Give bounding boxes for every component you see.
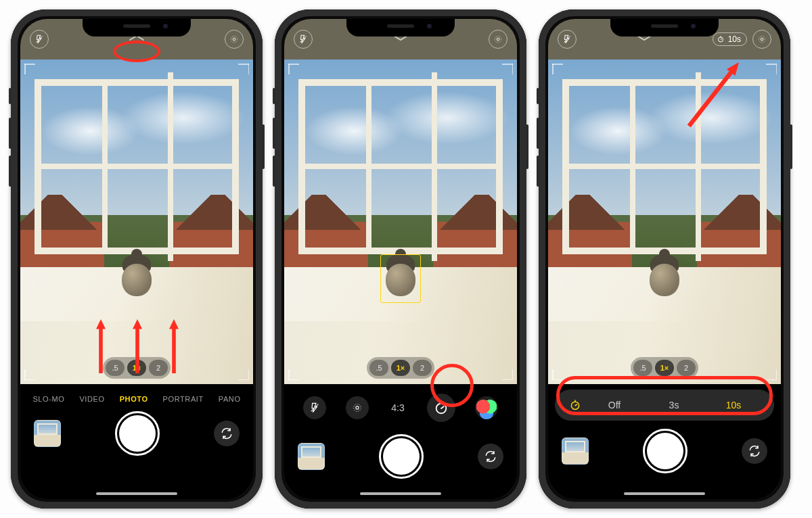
flash-button[interactable] — [558, 30, 577, 49]
timer-options-row: Off 3s 10s — [555, 390, 774, 421]
mode-photo[interactable]: PHOTO — [120, 395, 148, 403]
timer-tool[interactable] — [427, 394, 455, 422]
device-notch — [610, 19, 719, 37]
device-notch — [83, 19, 191, 37]
zoom-tele[interactable]: 2 — [413, 360, 432, 376]
zoom-wide[interactable]: .5 — [369, 360, 388, 376]
shutter-button[interactable] — [643, 429, 687, 473]
zoom-tele[interactable]: 2 — [149, 360, 168, 376]
svg-point-5 — [495, 36, 501, 42]
mode-selector[interactable]: SLO-MO VIDEO PHOTO PORTRAIT PANO — [27, 390, 246, 403]
timer-option-10s[interactable]: 10s — [704, 400, 763, 410]
svg-point-8 — [354, 404, 361, 412]
device-1: .5 1× 2 SLO-MO VIDEO PHOTO PORTRAIT PANO — [11, 9, 263, 509]
home-indicator[interactable] — [96, 492, 177, 495]
zoom-default[interactable]: 1× — [127, 360, 146, 376]
live-photo-button[interactable] — [489, 30, 508, 49]
tool-tray: 4:3 — [291, 390, 510, 426]
svg-point-7 — [356, 406, 359, 409]
timer-icon — [566, 396, 585, 415]
aspect-ratio-tool[interactable]: 4:3 — [388, 396, 407, 419]
zoom-default[interactable]: 1× — [655, 360, 674, 376]
device-3: 10s .5 1× 2 — [539, 9, 790, 509]
timer-status-badge[interactable]: 10s — [713, 32, 747, 46]
timer-badge-label: 10s — [728, 34, 741, 44]
svg-point-13 — [759, 36, 765, 42]
flash-tool[interactable] — [303, 396, 326, 419]
home-indicator[interactable] — [624, 492, 705, 495]
focus-indicator — [380, 254, 421, 303]
timer-option-off[interactable]: Off — [585, 400, 644, 410]
zoom-wide[interactable]: .5 — [633, 360, 652, 376]
zoom-selector[interactable]: .5 1× 2 — [103, 357, 171, 379]
svg-point-1 — [233, 38, 235, 41]
zoom-selector[interactable]: .5 1× 2 — [367, 357, 434, 379]
shutter-button[interactable] — [115, 411, 160, 456]
zoom-tele[interactable]: 2 — [677, 360, 696, 376]
zoom-default[interactable]: 1× — [391, 360, 410, 376]
flash-button[interactable] — [30, 30, 49, 49]
mode-slomo[interactable]: SLO-MO — [32, 395, 64, 403]
viewfinder[interactable]: .5 1× 2 — [548, 60, 781, 384]
camera-controls-panel: SLO-MO VIDEO PHOTO PORTRAIT PANO — [20, 384, 253, 499]
svg-point-2 — [231, 36, 237, 42]
home-indicator[interactable] — [360, 492, 441, 495]
mode-pano[interactable]: PANO — [219, 395, 241, 403]
mode-video[interactable]: VIDEO — [79, 395, 104, 403]
zoom-wide[interactable]: .5 — [106, 360, 125, 376]
flip-camera-button[interactable] — [478, 444, 503, 469]
last-photo-thumbnail[interactable] — [298, 443, 325, 470]
camera-controls-panel: 4:3 — [284, 384, 517, 499]
flip-camera-button[interactable] — [214, 421, 240, 446]
flash-button[interactable] — [294, 30, 313, 49]
live-photo-button[interactable] — [752, 30, 771, 49]
svg-point-12 — [761, 38, 763, 41]
timer-option-3s[interactable]: 3s — [644, 400, 704, 410]
device-notch — [346, 19, 455, 37]
mode-portrait[interactable]: PORTRAIT — [163, 395, 204, 403]
flip-camera-button[interactable] — [742, 438, 767, 464]
shutter-button[interactable] — [379, 434, 424, 479]
live-photo-tool[interactable] — [346, 396, 369, 419]
svg-point-4 — [497, 38, 499, 41]
last-photo-thumbnail[interactable] — [562, 438, 589, 465]
zoom-selector[interactable]: .5 1× 2 — [631, 357, 698, 379]
device-2: .5 1× 2 4:3 — [275, 9, 526, 509]
viewfinder[interactable]: .5 1× 2 — [20, 60, 253, 384]
camera-controls-panel: Off 3s 10s — [548, 384, 781, 499]
filters-tool[interactable] — [475, 396, 498, 419]
viewfinder[interactable]: .5 1× 2 — [284, 60, 517, 384]
last-photo-thumbnail[interactable] — [34, 420, 61, 447]
live-photo-button[interactable] — [225, 30, 244, 49]
